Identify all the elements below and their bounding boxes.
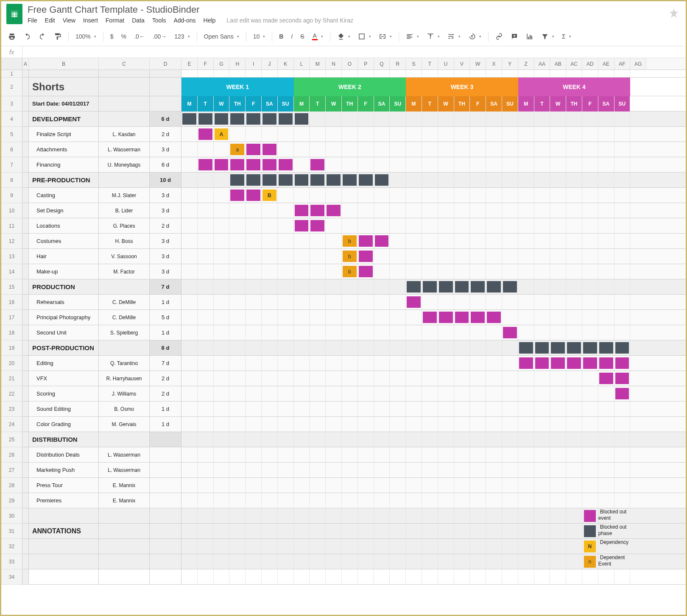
- row-header-19[interactable]: 19: [1, 340, 22, 356]
- col-header-L[interactable]: L: [294, 58, 310, 70]
- filter-icon[interactable]: [539, 31, 557, 42]
- col-header-P[interactable]: P: [358, 58, 374, 70]
- col-header-AA[interactable]: AA: [534, 58, 550, 70]
- italic-icon[interactable]: I: [288, 31, 295, 42]
- row-header-32[interactable]: 32: [1, 539, 22, 554]
- col-header-A[interactable]: A: [22, 58, 29, 70]
- halign-icon[interactable]: [403, 31, 422, 42]
- row-header-9[interactable]: 9: [1, 188, 22, 203]
- row-header-24[interactable]: 24: [1, 417, 22, 432]
- number-format[interactable]: 123: [172, 31, 192, 42]
- row-header-5[interactable]: 5: [1, 127, 22, 142]
- zoom-select[interactable]: 100%: [73, 31, 99, 42]
- col-header-K[interactable]: K: [278, 58, 294, 70]
- undo-icon[interactable]: [21, 31, 34, 42]
- print-icon[interactable]: [6, 31, 18, 42]
- row-header-1[interactable]: 1: [1, 70, 22, 78]
- menu-tools[interactable]: Tools: [152, 17, 166, 24]
- menu-edit[interactable]: Edit: [45, 17, 55, 24]
- borders-icon[interactable]: [355, 31, 374, 42]
- sheets-icon[interactable]: [6, 4, 22, 24]
- row-header-25[interactable]: 25: [1, 432, 22, 447]
- functions-icon[interactable]: Σ: [559, 31, 574, 42]
- comment-icon[interactable]: [508, 31, 521, 42]
- inc-decimal-icon[interactable]: .00→: [150, 31, 169, 42]
- col-header-G[interactable]: G: [214, 58, 230, 70]
- col-header-AD[interactable]: AD: [582, 58, 598, 70]
- col-header-H[interactable]: H: [229, 58, 246, 70]
- col-header-X[interactable]: X: [486, 58, 502, 70]
- wrap-icon[interactable]: [445, 31, 463, 42]
- select-all-corner[interactable]: [1, 58, 22, 70]
- fill-color-icon[interactable]: [335, 31, 353, 42]
- menu-data[interactable]: Data: [132, 17, 145, 24]
- dec-decimal-icon[interactable]: .0←: [131, 31, 148, 42]
- col-header-AG[interactable]: AG: [630, 58, 646, 70]
- font-select[interactable]: Open Sans: [201, 31, 242, 42]
- redo-icon[interactable]: [36, 31, 49, 42]
- doc-title[interactable]: Free Gantt Chart Template - StudioBinder: [28, 4, 667, 15]
- row-header-22[interactable]: 22: [1, 386, 22, 401]
- link-icon[interactable]: [493, 31, 505, 42]
- col-header-O[interactable]: O: [342, 58, 358, 70]
- formula-input[interactable]: [22, 49, 686, 56]
- spreadsheet-content[interactable]: ShortsWEEK 1WEEK 2WEEK 3WEEK 4Start Date…: [22, 70, 686, 585]
- row-header-28[interactable]: 28: [1, 478, 22, 493]
- col-header-D[interactable]: D: [150, 58, 182, 70]
- valign-icon[interactable]: [424, 31, 442, 42]
- col-header-Q[interactable]: Q: [374, 58, 390, 70]
- col-header-I[interactable]: I: [246, 58, 262, 70]
- row-header-15[interactable]: 15: [1, 279, 22, 295]
- row-header-29[interactable]: 29: [1, 493, 22, 508]
- chart-icon[interactable]: [523, 31, 536, 42]
- col-header-Z[interactable]: Z: [518, 58, 534, 70]
- row-header-11[interactable]: 11: [1, 218, 22, 234]
- strike-icon[interactable]: S: [298, 31, 307, 42]
- row-header-10[interactable]: 10: [1, 203, 22, 218]
- col-header-N[interactable]: N: [326, 58, 342, 70]
- row-header-2[interactable]: 2: [1, 78, 22, 96]
- col-header-W[interactable]: W: [470, 58, 486, 70]
- row-header-4[interactable]: 4: [1, 111, 22, 127]
- col-header-S[interactable]: S: [406, 58, 422, 70]
- row-header-16[interactable]: 16: [1, 295, 22, 310]
- addon-icon[interactable]: [667, 7, 681, 21]
- col-header-B[interactable]: B: [29, 58, 99, 70]
- row-header-30[interactable]: 30: [1, 508, 22, 524]
- row-header-31[interactable]: 31: [1, 524, 22, 539]
- menu-file[interactable]: File: [28, 17, 37, 24]
- col-header-T[interactable]: T: [422, 58, 438, 70]
- row-header-13[interactable]: 13: [1, 249, 22, 264]
- row-header-26[interactable]: 26: [1, 447, 22, 463]
- row-header-23[interactable]: 23: [1, 401, 22, 417]
- menu-help[interactable]: Help: [204, 17, 216, 24]
- row-header-27[interactable]: 27: [1, 463, 22, 478]
- menu-view[interactable]: View: [63, 17, 75, 24]
- col-header-U[interactable]: U: [438, 58, 454, 70]
- menu-insert[interactable]: Insert: [83, 17, 98, 24]
- col-header-V[interactable]: V: [454, 58, 470, 70]
- bold-icon[interactable]: B: [276, 31, 286, 42]
- row-header-3[interactable]: 3: [1, 96, 22, 111]
- row-header-12[interactable]: 12: [1, 234, 22, 249]
- row-header-33[interactable]: 33: [1, 554, 22, 569]
- row-header-20[interactable]: 20: [1, 356, 22, 371]
- col-header-AC[interactable]: AC: [566, 58, 582, 70]
- row-header-7[interactable]: 7: [1, 157, 22, 173]
- menu-addons[interactable]: Add-ons: [173, 17, 195, 24]
- col-header-R[interactable]: R: [390, 58, 406, 70]
- col-header-AF[interactable]: AF: [614, 58, 631, 70]
- text-color-icon[interactable]: A: [310, 31, 326, 42]
- row-header-6[interactable]: 6: [1, 142, 22, 157]
- col-header-E[interactable]: E: [182, 58, 198, 70]
- row-header-17[interactable]: 17: [1, 310, 22, 325]
- col-header-F[interactable]: F: [198, 58, 214, 70]
- percent-icon[interactable]: %: [119, 31, 129, 42]
- col-header-Y[interactable]: Y: [502, 58, 518, 70]
- row-header-34[interactable]: 34: [1, 569, 22, 585]
- col-header-AE[interactable]: AE: [598, 58, 614, 70]
- font-size[interactable]: 10: [251, 31, 268, 42]
- col-header-M[interactable]: M: [310, 58, 326, 70]
- row-header-8[interactable]: 8: [1, 173, 22, 188]
- row-header-18[interactable]: 18: [1, 325, 22, 340]
